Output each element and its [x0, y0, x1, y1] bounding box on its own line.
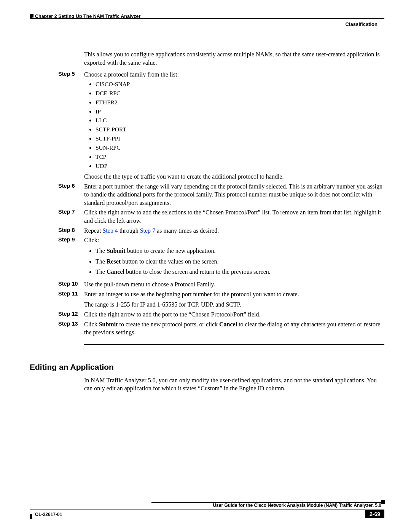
content: This allows you to configure application… — [58, 50, 384, 393]
step-9-lead: Click: — [84, 236, 384, 244]
step-12: Step 12 Click the right arrow to add the… — [58, 310, 384, 319]
section-end-rule — [84, 344, 384, 345]
footer-doc-title: User Guide for the Cisco Network Analysi… — [30, 503, 384, 508]
step-label: Step 8 — [58, 227, 84, 235]
step-9: Step 9 Click: The Submit button to creat… — [58, 236, 384, 279]
text: button to clear the values on the screen… — [121, 258, 218, 265]
step-label: Step 12 — [58, 310, 84, 319]
list-item: The Cancel button to close the screen an… — [96, 268, 384, 276]
list-item: SCTP-PPI — [96, 135, 384, 143]
step-body: Click the right arrow to add the selecti… — [84, 208, 384, 225]
list-item: The Reset button to clear the values on … — [96, 258, 384, 266]
list-item: SCTP-PORT — [96, 126, 384, 134]
list-item: LLC — [96, 117, 384, 125]
text: The — [96, 268, 107, 275]
step-label: Step 11 — [58, 290, 84, 309]
step-body: Use the pull-down menu to choose a Proto… — [84, 280, 384, 289]
step-5-lead: Choose a protocol family from the list: — [84, 70, 384, 79]
text: Repeat — [84, 227, 102, 234]
step-body: Enter a port number; the range will vary… — [84, 182, 384, 207]
step-11-line-1: Enter an integer to use as the beginning… — [84, 290, 384, 299]
list-item: The Submit button to create the new appl… — [96, 247, 384, 255]
step-8: Step 8 Repeat Step 4 through Step 7 as m… — [58, 227, 384, 235]
footer-doc-id: OL-22617-01 — [30, 512, 62, 517]
step-11-line-2: The range is 1-255 for IP and 1-65535 fo… — [84, 300, 384, 309]
page-footer: User Guide for the Cisco Network Analysi… — [30, 502, 384, 518]
crop-mark-icon — [381, 500, 385, 504]
step-body: Choose a protocol family from the list: … — [84, 70, 384, 181]
step-6: Step 6 Enter a port number; the range wi… — [58, 182, 384, 207]
text: through — [118, 227, 140, 234]
text: button to close the screen and return to… — [124, 268, 271, 275]
step-label: Step 5 — [58, 70, 84, 181]
bold-submit: Submit — [99, 321, 118, 328]
list-item: UDP — [96, 162, 384, 170]
crop-mark-icon — [30, 514, 32, 519]
page-header: Chapter 2 Setting Up The NAM Traffic Ana… — [30, 14, 384, 24]
header-rule — [30, 18, 384, 19]
footer-page-number: 2-69 — [365, 510, 384, 518]
list-item: CISCO-SNAP — [96, 80, 384, 88]
step-body: Repeat Step 4 through Step 7 as many tim… — [84, 227, 384, 235]
step-11: Step 11 Enter an integer to use as the b… — [58, 290, 384, 309]
text: to create the new protocol ports, or cli… — [118, 321, 219, 328]
section-heading-editing: Editing an Application — [30, 363, 384, 372]
link-step-4[interactable]: Step 4 — [102, 227, 118, 234]
step-body: Enter an integer to use as the beginning… — [84, 290, 384, 309]
step-label: Step 9 — [58, 236, 84, 279]
header-section: Classification — [345, 21, 378, 27]
protocol-list: CISCO-SNAP DCE-RPC ETHER2 IP LLC SCTP-PO… — [84, 80, 384, 170]
step-5-trail: Choose the the type of traffic you want … — [84, 173, 384, 181]
list-item: SUN-RPC — [96, 144, 384, 152]
list-item: ETHER2 — [96, 99, 384, 107]
text: Click — [84, 321, 99, 328]
step-body: Click Submit to create the new protocol … — [84, 320, 384, 337]
link-step-7[interactable]: Step 7 — [140, 227, 155, 234]
step-body: Click: The Submit button to create the n… — [84, 236, 384, 279]
step-label: Step 13 — [58, 320, 84, 337]
step-body: Click the right arrow to add the port to… — [84, 310, 384, 319]
bold-cancel: Cancel — [107, 268, 124, 275]
text: as many times as desired. — [155, 227, 219, 234]
step-5: Step 5 Choose a protocol family from the… — [58, 70, 384, 181]
text: button to create the new application. — [126, 248, 216, 254]
step-10: Step 10 Use the pull-down menu to choose… — [58, 280, 384, 289]
step-label: Step 10 — [58, 280, 84, 289]
text: The — [96, 258, 107, 265]
bold-reset: Reset — [107, 258, 121, 265]
step-7: Step 7 Click the right arrow to add the … — [58, 208, 384, 225]
step-label: Step 6 — [58, 182, 84, 207]
list-item: TCP — [96, 153, 384, 161]
bold-cancel: Cancel — [219, 321, 237, 328]
step-13: Step 13 Click Submit to create the new p… — [58, 320, 384, 337]
page: Chapter 2 Setting Up The NAM Traffic Ana… — [0, 0, 411, 532]
list-item: IP — [96, 108, 384, 116]
editing-paragraph: In NAM Traffic Analyzer 5.0, you can onl… — [84, 376, 384, 393]
footer-rule — [151, 502, 384, 503]
intro-paragraph: This allows you to configure application… — [84, 50, 384, 67]
click-list: The Submit button to create the new appl… — [84, 247, 384, 276]
list-item: DCE-RPC — [96, 89, 384, 97]
bold-submit: Submit — [107, 248, 126, 254]
text: The — [96, 248, 107, 254]
step-label: Step 7 — [58, 208, 84, 225]
